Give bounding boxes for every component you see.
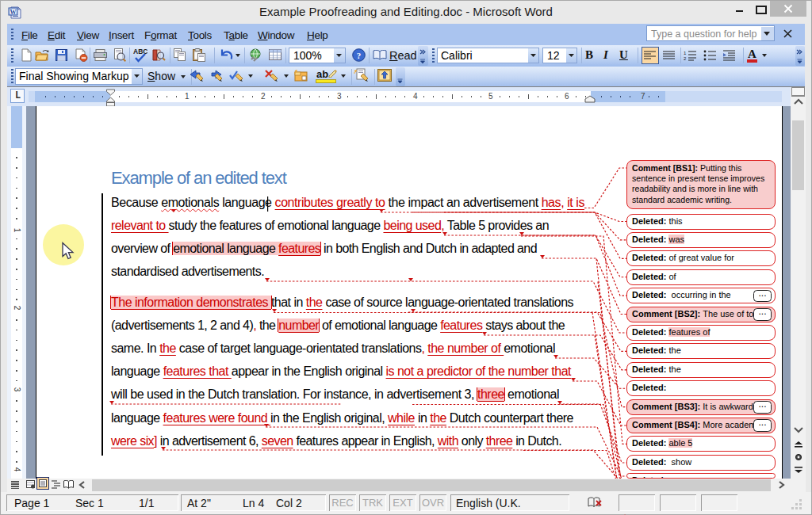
svg-text:?: ? [357,51,362,60]
svg-text:2: 2 [684,56,687,61]
svg-text:1: 1 [684,51,687,55]
